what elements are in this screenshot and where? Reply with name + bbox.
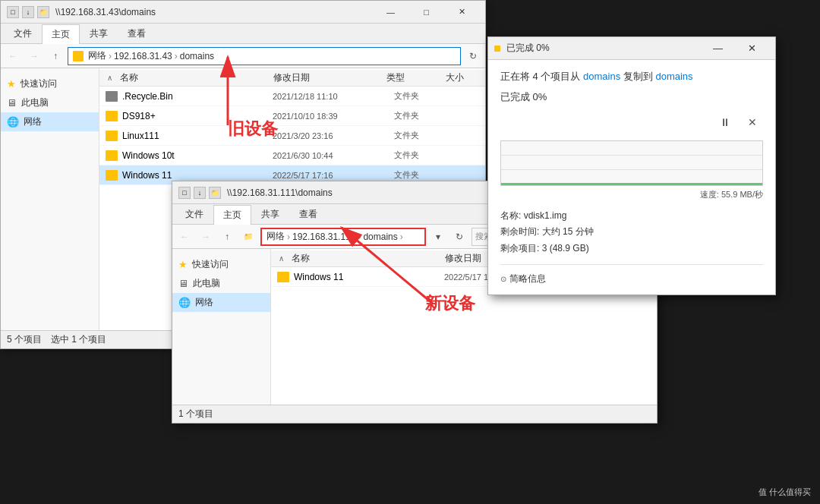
- this-pc-label: 此电脑: [21, 96, 49, 109]
- table-row[interactable]: .Recycle.Bin 2021/12/18 11:10 文件夹: [99, 87, 485, 106]
- main-maximize-btn[interactable]: □: [409, 1, 443, 24]
- table-row[interactable]: Linux111 2021/3/20 23:16 文件夹: [99, 126, 485, 146]
- progress-controls: — ✕: [701, 37, 769, 60]
- progress-percent-text: 已完成 0%: [500, 90, 763, 104]
- second-refresh-btn[interactable]: ↻: [450, 228, 468, 246]
- second-title-icons: □ ↓ 📁: [178, 187, 221, 199]
- detail-items: 剩余项目: 3 (48.9 GB): [500, 241, 763, 257]
- title-icon-s1: □: [178, 187, 191, 199]
- main-close-btn[interactable]: ✕: [445, 1, 479, 24]
- main-refresh-btn[interactable]: ↻: [464, 47, 482, 65]
- main-address-bar: ← → ↑ 网络 › 192.168.31.43 › domains ↻: [1, 44, 485, 68]
- table-row[interactable]: Windows 10t 2021/6/30 10:44 文件夹: [99, 146, 485, 165]
- sidebar-network[interactable]: 🌐 网络: [1, 112, 99, 131]
- second-tab-share[interactable]: 共享: [251, 204, 289, 224]
- main-tab-view[interactable]: 查看: [118, 24, 156, 43]
- main-minimize-btn[interactable]: —: [374, 1, 408, 24]
- progress-cancel-btn[interactable]: ✕: [742, 112, 763, 133]
- speed-graph-bar: [501, 183, 762, 185]
- second-up-btn[interactable]: ↑: [218, 228, 236, 246]
- file-name-text: DS918+: [122, 111, 156, 121]
- watermark: 值 什么值得买: [758, 487, 811, 498]
- second-sidebar-quick-access[interactable]: ★ 快速访问: [172, 255, 270, 274]
- progress-divider: [500, 264, 763, 265]
- second-sort-arrow: ∧: [279, 254, 284, 263]
- progress-minimize-btn[interactable]: —: [701, 37, 735, 60]
- main-col-headers: ∧ 名称 修改日期 类型 大小: [99, 70, 485, 87]
- computer-icon: 🖥: [7, 97, 17, 109]
- file-name-win11: Windows 11: [106, 170, 273, 181]
- main-tab-file[interactable]: 文件: [4, 24, 42, 43]
- progress-close-btn[interactable]: ✕: [735, 37, 769, 60]
- title-icon-1: □: [7, 6, 19, 18]
- main-ribbon-tabs: 文件 主页 共享 查看: [1, 24, 485, 43]
- folder-icon-item: [106, 150, 118, 161]
- second-tab-file[interactable]: 文件: [175, 204, 213, 224]
- progress-description: 正在将 4 个项目从 domains 复制到 domains: [500, 69, 763, 84]
- file-type: 文件夹: [394, 110, 455, 121]
- main-title-bar: □ ↓ 📁 \\192.168.31.43\domains — □ ✕: [1, 1, 485, 24]
- folder-icon-item: [106, 170, 118, 181]
- from-link: domains: [583, 71, 620, 82]
- second-forward-btn[interactable]: →: [197, 228, 215, 246]
- progress-content: 正在将 4 个项目从 domains 复制到 domains 已完成 0% ⏸ …: [488, 60, 775, 295]
- main-tab-home[interactable]: 主页: [42, 24, 80, 44]
- title-icon-3: 📁: [37, 6, 49, 18]
- more-info-label: 简略信息: [509, 272, 546, 285]
- network-icon2: 🌐: [178, 297, 191, 308]
- col-name[interactable]: 名称: [115, 71, 269, 84]
- chevron-down-icon: ⊙: [500, 275, 506, 283]
- main-up-btn[interactable]: ↑: [46, 47, 65, 65]
- sidebar-this-pc[interactable]: 🖥 此电脑: [1, 93, 99, 112]
- second-sidebar-this-pc[interactable]: 🖥 此电脑: [172, 274, 270, 293]
- second-tab-view[interactable]: 查看: [289, 204, 327, 224]
- progress-title-icon: [494, 46, 500, 52]
- progress-window-title: 已完成 0%: [506, 42, 701, 55]
- col-size[interactable]: 大小: [441, 71, 485, 84]
- title-icon-s3: 📁: [209, 187, 221, 199]
- sort-arrow: ∧: [107, 74, 112, 82]
- progress-more-info-btn[interactable]: ⊙ 简略信息: [500, 272, 763, 285]
- main-ribbon: 文件 主页 共享 查看: [1, 24, 485, 44]
- second-address-path[interactable]: 网络 › 192.168.31.111 › domains ›: [260, 228, 426, 246]
- detail-time: 剩余时间: 大约 15 分钟: [500, 224, 763, 241]
- pause-icon: ⏸: [720, 116, 730, 128]
- cancel-icon: ✕: [748, 116, 757, 128]
- main-tab-share[interactable]: 共享: [80, 24, 118, 43]
- table-row[interactable]: DS918+ 2021/10/10 18:39 文件夹: [99, 106, 485, 126]
- file-name-win10: Windows 10t: [106, 150, 273, 161]
- second-col-name[interactable]: 名称: [287, 252, 440, 265]
- file-date: 2021/6/30 10:44: [273, 151, 394, 160]
- main-forward-btn[interactable]: →: [25, 47, 43, 65]
- file-type: 文件夹: [394, 150, 455, 161]
- file-name-ds918: DS918+: [106, 111, 273, 121]
- file-name-linux: Linux111: [106, 131, 273, 141]
- main-address-path[interactable]: 网络 › 192.168.31.43 › domains: [68, 47, 461, 65]
- main-back-btn[interactable]: ←: [4, 47, 22, 65]
- file-name-text: Linux111: [122, 131, 159, 141]
- col-modified[interactable]: 修改日期: [269, 71, 382, 84]
- folder-icon-new: [277, 272, 289, 282]
- file-name-recycle: .Recycle.Bin: [106, 91, 273, 102]
- progress-speed: 速度: 55.9 MB/秒: [500, 189, 763, 200]
- file-name-text: Windows 11: [294, 272, 343, 282]
- second-back-btn[interactable]: ←: [175, 228, 194, 246]
- title-icon-s2: ↓: [194, 187, 206, 199]
- col-type[interactable]: 类型: [382, 71, 440, 84]
- path-network: 网络: [88, 49, 106, 62]
- network-label: 网络: [24, 115, 42, 128]
- main-window-controls: — □ ✕: [374, 1, 479, 24]
- sidebar-quick-access[interactable]: ★ 快速访问: [1, 74, 99, 93]
- file-name-text: Windows 11: [122, 170, 172, 181]
- progress-pause-btn[interactable]: ⏸: [714, 112, 736, 133]
- second-tab-home[interactable]: 主页: [213, 205, 251, 225]
- second-network-label: 网络: [195, 296, 213, 309]
- second-sidebar-network[interactable]: 🌐 网络: [172, 293, 270, 312]
- second-dropdown-btn[interactable]: ▾: [429, 228, 447, 246]
- s-path-ip2: 192.168.31.111: [292, 232, 355, 242]
- path-domains1: domains: [180, 51, 214, 61]
- second-folder-btn[interactable]: 📁: [239, 228, 257, 246]
- second-quick-access-label: 快速访问: [192, 258, 229, 271]
- file-date: 2021/12/18 11:10: [273, 92, 394, 101]
- folder-icon-item: [106, 131, 118, 141]
